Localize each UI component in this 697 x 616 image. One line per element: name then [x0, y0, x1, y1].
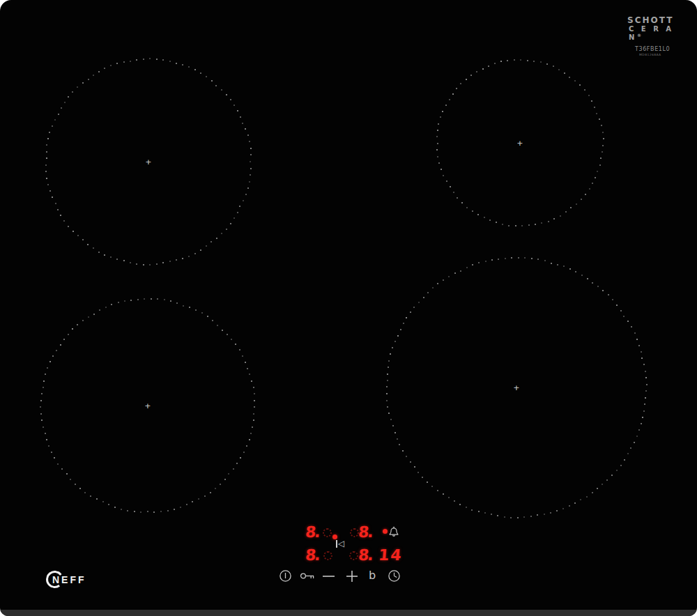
bridge-icon-triangle: ◁ — [338, 539, 344, 549]
bridge-icon-bar — [336, 540, 337, 548]
power-button[interactable] — [279, 569, 292, 583]
zone-indicator-front-right — [349, 551, 358, 560]
minus-button[interactable] — [322, 575, 335, 578]
zone-indicator-front-left — [323, 551, 332, 560]
hob-glass-surface: ++++ NEFF SCHOTT C E R A N® T36FBE1L0 MD… — [0, 0, 697, 616]
bridge-icon: ◁ — [335, 539, 348, 549]
b-key-button[interactable]: b — [369, 569, 376, 582]
display-rear-right: 8. — [358, 524, 373, 541]
display-rear-left: 8. — [305, 524, 320, 541]
zone-indicator-rear-left — [323, 528, 332, 537]
display-front-left: 8. — [305, 547, 320, 564]
display-front-right: 8. — [358, 547, 373, 564]
timer-active-dot — [383, 529, 388, 534]
hob-front-edge — [0, 610, 697, 616]
timer-display: 14 — [378, 547, 404, 564]
child-lock-key-button[interactable] — [300, 571, 316, 580]
induction-hob: ++++ NEFF SCHOTT C E R A N® T36FBE1L0 MD… — [0, 0, 697, 616]
control-panel: 8. ◁ 8. 8. 8. 14 — [0, 0, 697, 616]
bell-icon — [388, 525, 400, 539]
plus-button[interactable] — [346, 570, 358, 583]
clock-timer-button[interactable] — [388, 569, 401, 583]
